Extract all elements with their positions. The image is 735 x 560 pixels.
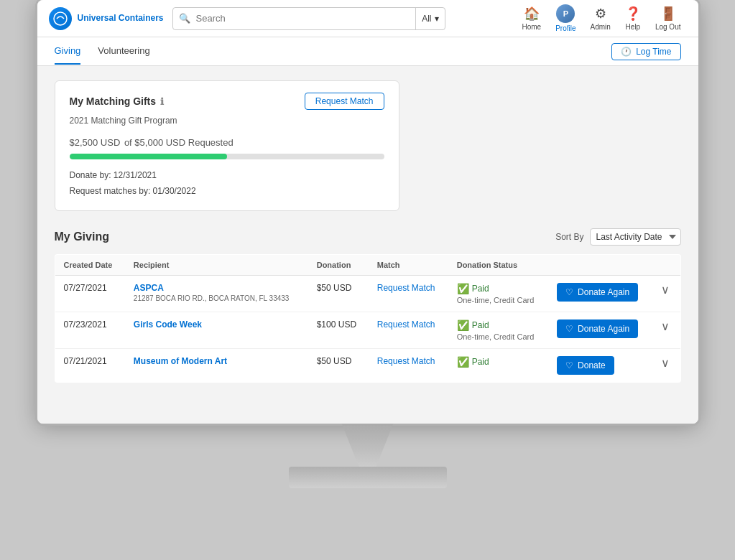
stand-neck [325, 424, 411, 467]
search-filter[interactable]: All ▾ [416, 14, 444, 24]
cell-status: ✅ Paid One-time, Credit Card [448, 276, 548, 312]
section-title: My Giving [55, 230, 109, 243]
col-created-date: Created Date [55, 255, 125, 276]
check-icon: ✅ [457, 283, 469, 294]
cell-match: Request Match [369, 312, 448, 349]
tab-bar: Giving Volunteering 🕐 Log Time [37, 37, 698, 66]
payment-method: One-time, Credit Card [457, 332, 540, 341]
request-match-link[interactable]: Request Match [377, 283, 435, 293]
logo-icon [49, 7, 72, 30]
table-header-row: Created Date Recipient Donation Match Do… [55, 255, 680, 276]
status-text: Paid [472, 284, 489, 294]
sort-select[interactable]: Last Activity Date [590, 228, 681, 246]
tab-volunteering[interactable]: Volunteering [98, 38, 149, 65]
cell-match: Request Match [369, 276, 448, 312]
progress-bar-fill [70, 154, 227, 159]
cell-recipient: Girls Code Week [125, 312, 308, 349]
chevron-down-icon[interactable]: ∨ [661, 357, 670, 369]
heart-icon: ♡ [565, 287, 573, 297]
search-input[interactable] [196, 13, 416, 24]
paid-status: ✅ Paid [457, 319, 540, 331]
cell-actions: ♡ Donate Again [548, 276, 652, 312]
donate-again-label: Donate Again [578, 287, 629, 297]
row-actions: ♡ Donate [557, 356, 644, 375]
log-time-button[interactable]: 🕐 Log Time [611, 43, 680, 60]
request-match-link[interactable]: Request Match [377, 319, 435, 330]
cell-actions: ♡ Donate Again [548, 312, 652, 349]
donate-again-label: Donate Again [578, 324, 629, 334]
row-actions: ♡ Donate Again [557, 283, 644, 302]
monitor-wrapper: Universal Containers 🔍 All ▾ 🏠 Home P [0, 0, 735, 560]
nav-logout-label: Log Out [655, 23, 681, 31]
my-giving-section: My Giving Sort By Last Activity Date Cre… [55, 228, 681, 383]
section-header: My Giving Sort By Last Activity Date [55, 228, 681, 246]
paid-status: ✅ Paid [457, 356, 540, 368]
screen: Universal Containers 🔍 All ▾ 🏠 Home P [37, 0, 698, 424]
chevron-down-icon[interactable]: ∨ [661, 284, 670, 296]
cell-actions: ♡ Donate [548, 349, 652, 383]
cell-status: ✅ Paid [448, 349, 548, 383]
cell-expand: ∨ [652, 312, 680, 349]
cell-date: 07/27/2021 [55, 276, 125, 312]
donate-again-button[interactable]: ♡ Donate Again [557, 283, 638, 302]
cell-donation: $50 USD [308, 349, 369, 383]
search-icon: 🔍 [173, 13, 196, 24]
heart-icon: ♡ [565, 324, 573, 334]
col-match: Match [369, 255, 448, 276]
chevron-down-icon[interactable]: ∨ [661, 320, 670, 332]
cell-donation: $100 USD [308, 312, 369, 349]
status-area: ✅ Paid One-time, Credit Card [457, 319, 540, 341]
recipient-link[interactable]: ASPCA [134, 283, 300, 293]
main-content: My Matching Gifts ℹ Request Match 2021 M… [37, 66, 698, 424]
amount-display: $2,500 USD of $5,000 USD Requested [70, 133, 384, 149]
recipient-link[interactable]: Museum of Modern Art [134, 356, 300, 366]
cell-date: 07/21/2021 [55, 349, 125, 383]
request-match-link[interactable]: Request Match [377, 356, 435, 366]
table-row: 07/27/2021 ASPCA 21287 BOCA RIO RD., BOC… [55, 276, 680, 312]
logo-area: Universal Containers [49, 7, 164, 30]
progress-bar-track [70, 154, 384, 159]
row-actions: ♡ Donate Again [557, 319, 644, 338]
col-donation: Donation [308, 255, 369, 276]
status-text: Paid [472, 357, 489, 367]
payment-method: One-time, Credit Card [457, 296, 540, 304]
status-area: ✅ Paid [457, 356, 540, 368]
nav-help[interactable]: ❓ Help [619, 3, 647, 34]
table-row: 07/23/2021 Girls Code Week $100 USD Requ… [55, 312, 680, 349]
clock-icon: 🕐 [621, 47, 632, 57]
program-name: 2021 Matching Gift Program [70, 116, 384, 126]
cell-expand: ∨ [652, 276, 680, 312]
check-icon: ✅ [457, 356, 469, 368]
help-icon: ❓ [625, 6, 641, 22]
cell-donation: $50 USD [308, 276, 369, 312]
logout-icon: 🚪 [660, 6, 676, 22]
table-row: 07/21/2021 Museum of Modern Art $50 USD … [55, 349, 680, 383]
cell-match: Request Match [369, 349, 448, 383]
nav-profile-label: Profile [555, 24, 575, 32]
donate-again-button[interactable]: ♡ Donate [557, 356, 614, 375]
stand-base [289, 467, 447, 488]
nav-home-label: Home [522, 23, 542, 31]
check-icon: ✅ [457, 319, 469, 331]
cell-status: ✅ Paid One-time, Credit Card [448, 312, 548, 349]
search-bar: 🔍 All ▾ [172, 7, 445, 30]
giving-table: Created Date Recipient Donation Match Do… [55, 254, 681, 383]
nav-logout[interactable]: 🚪 Log Out [650, 3, 687, 34]
home-icon: 🏠 [524, 6, 540, 22]
recipient-link[interactable]: Girls Code Week [134, 319, 300, 330]
nav-profile[interactable]: P Profile [550, 1, 581, 35]
cell-date: 07/23/2021 [55, 312, 125, 349]
nav-icons: 🏠 Home P Profile ⚙ Admin ❓ Help 🚪 Lo [517, 1, 687, 35]
tab-giving[interactable]: Giving [55, 38, 81, 65]
col-expand [652, 255, 680, 276]
donate-again-button[interactable]: ♡ Donate Again [557, 319, 638, 338]
nav-admin[interactable]: ⚙ Admin [585, 3, 616, 34]
cell-expand: ∨ [652, 349, 680, 383]
recipient-address: 21287 BOCA RIO RD., BOCA RATON, FL 33433 [134, 294, 290, 302]
info-icon[interactable]: ℹ [160, 96, 164, 107]
request-match-button[interactable]: Request Match [305, 93, 384, 110]
gear-icon: ⚙ [595, 6, 606, 22]
chevron-down-icon: ▾ [435, 14, 439, 24]
sort-by-area: Sort By Last Activity Date [555, 228, 680, 246]
nav-home[interactable]: 🏠 Home [517, 3, 547, 34]
